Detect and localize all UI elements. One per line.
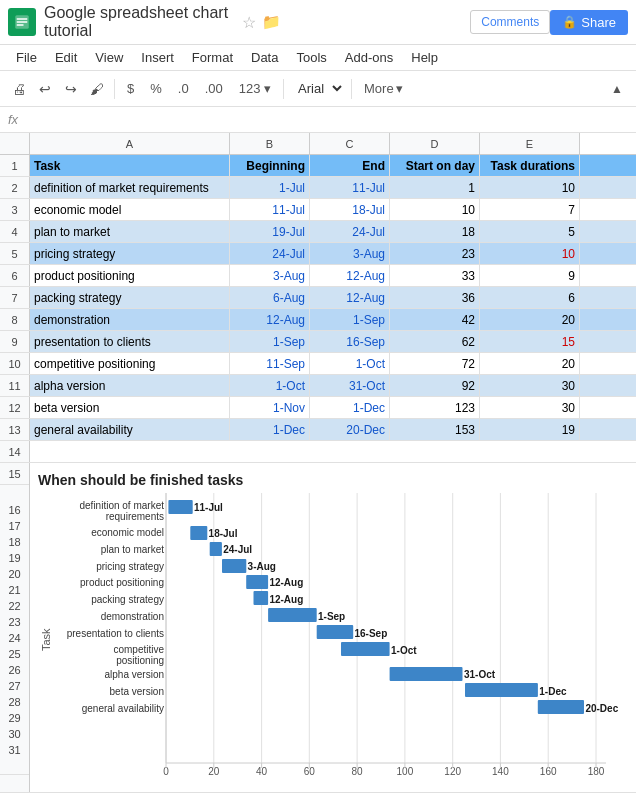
cell-a10[interactable]: competitive positioning — [30, 353, 230, 374]
cell-b1[interactable]: Beginning — [230, 155, 310, 176]
currency-button[interactable]: $ — [121, 79, 140, 98]
cell-c8[interactable]: 1-Sep — [310, 309, 390, 330]
cell-e1[interactable]: Task durations — [480, 155, 580, 176]
folder-icon[interactable]: 📁 — [262, 13, 281, 31]
cell-c5[interactable]: 3-Aug — [310, 243, 390, 264]
cell-e2[interactable]: 10 — [480, 177, 580, 198]
cell-a6[interactable]: product positioning — [30, 265, 230, 286]
col-header-b[interactable]: B — [230, 133, 310, 154]
cell-a4[interactable]: plan to market — [30, 221, 230, 242]
cell-d12[interactable]: 123 — [390, 397, 480, 418]
cell-a5[interactable]: pricing strategy — [30, 243, 230, 264]
row-number: 14 — [0, 441, 30, 462]
menu-addons[interactable]: Add-ons — [337, 47, 401, 68]
table-row: 2 definition of market requirements 1-Ju… — [0, 177, 636, 199]
cell-b8[interactable]: 12-Aug — [230, 309, 310, 330]
cell-c11[interactable]: 31-Oct — [310, 375, 390, 396]
cell-c1[interactable]: End — [310, 155, 390, 176]
cell-c3[interactable]: 18-Jul — [310, 199, 390, 220]
cell-e8[interactable]: 20 — [480, 309, 580, 330]
print-icon[interactable]: 🖨 — [8, 78, 30, 100]
col-header-e[interactable]: E — [480, 133, 580, 154]
col-header-d[interactable]: D — [390, 133, 480, 154]
cell-b12[interactable]: 1-Nov — [230, 397, 310, 418]
cell-d2[interactable]: 1 — [390, 177, 480, 198]
menu-view[interactable]: View — [87, 47, 131, 68]
paint-format-icon[interactable]: 🖌 — [86, 78, 108, 100]
cell-c6[interactable]: 12-Aug — [310, 265, 390, 286]
cell-b10[interactable]: 11-Sep — [230, 353, 310, 374]
menu-format[interactable]: Format — [184, 47, 241, 68]
cell-c10[interactable]: 1-Oct — [310, 353, 390, 374]
cell-e13[interactable]: 19 — [480, 419, 580, 440]
cell-e10[interactable]: 20 — [480, 353, 580, 374]
menu-data[interactable]: Data — [243, 47, 286, 68]
decimal-decrease-button[interactable]: .0 — [172, 79, 195, 98]
cell-d13[interactable]: 153 — [390, 419, 480, 440]
menu-tools[interactable]: Tools — [288, 47, 334, 68]
cell-b13[interactable]: 1-Dec — [230, 419, 310, 440]
font-selector[interactable]: Arial — [290, 78, 345, 99]
formula-input[interactable] — [26, 112, 628, 127]
cell-b11[interactable]: 1-Oct — [230, 375, 310, 396]
cell-b5[interactable]: 24-Jul — [230, 243, 310, 264]
star-icon[interactable]: ☆ — [242, 13, 256, 32]
cell-a12[interactable]: beta version — [30, 397, 230, 418]
cell-b6[interactable]: 3-Aug — [230, 265, 310, 286]
cell-c7[interactable]: 12-Aug — [310, 287, 390, 308]
number-format-button[interactable]: 123 ▾ — [233, 79, 277, 98]
cell-e11[interactable]: 30 — [480, 375, 580, 396]
collapse-toolbar-button[interactable]: ▲ — [606, 78, 628, 100]
cell-e3[interactable]: 7 — [480, 199, 580, 220]
redo-icon[interactable]: ↪ — [60, 78, 82, 100]
percent-button[interactable]: % — [144, 79, 168, 98]
decimal-increase-button[interactable]: .00 — [199, 79, 229, 98]
cell-a2[interactable]: definition of market requirements — [30, 177, 230, 198]
cell-a3[interactable]: economic model — [30, 199, 230, 220]
empty-cell[interactable] — [30, 441, 636, 462]
cell-b2[interactable]: 1-Jul — [230, 177, 310, 198]
cell-c12[interactable]: 1-Dec — [310, 397, 390, 418]
cell-d3[interactable]: 10 — [390, 199, 480, 220]
cell-b9[interactable]: 1-Sep — [230, 331, 310, 352]
cell-b3[interactable]: 11-Jul — [230, 199, 310, 220]
cell-b7[interactable]: 6-Aug — [230, 287, 310, 308]
cell-c13[interactable]: 20-Dec — [310, 419, 390, 440]
cell-a7[interactable]: packing strategy — [30, 287, 230, 308]
more-button[interactable]: More ▾ — [358, 79, 409, 98]
menu-help[interactable]: Help — [403, 47, 446, 68]
cell-d9[interactable]: 62 — [390, 331, 480, 352]
cell-e6[interactable]: 9 — [480, 265, 580, 286]
comments-button[interactable]: Comments — [470, 10, 550, 34]
share-button[interactable]: 🔒 Share — [550, 10, 628, 35]
menu-edit[interactable]: Edit — [47, 47, 85, 68]
cell-c9[interactable]: 16-Sep — [310, 331, 390, 352]
toolbar-separator-3 — [351, 79, 352, 99]
cell-d8[interactable]: 42 — [390, 309, 480, 330]
cell-e12[interactable]: 30 — [480, 397, 580, 418]
cell-d4[interactable]: 18 — [390, 221, 480, 242]
cell-d6[interactable]: 33 — [390, 265, 480, 286]
col-header-a[interactable]: A — [30, 133, 230, 154]
cell-d7[interactable]: 36 — [390, 287, 480, 308]
cell-a13[interactable]: general availability — [30, 419, 230, 440]
undo-icon[interactable]: ↩ — [34, 78, 56, 100]
col-header-c[interactable]: C — [310, 133, 390, 154]
cell-c2[interactable]: 11-Jul — [310, 177, 390, 198]
cell-e4[interactable]: 5 — [480, 221, 580, 242]
cell-a8[interactable]: demonstration — [30, 309, 230, 330]
cell-a9[interactable]: presentation to clients — [30, 331, 230, 352]
menu-file[interactable]: File — [8, 47, 45, 68]
cell-d1[interactable]: Start on day — [390, 155, 480, 176]
cell-d10[interactable]: 72 — [390, 353, 480, 374]
cell-c4[interactable]: 24-Jul — [310, 221, 390, 242]
cell-a1[interactable]: Task — [30, 155, 230, 176]
menu-insert[interactable]: Insert — [133, 47, 182, 68]
cell-d11[interactable]: 92 — [390, 375, 480, 396]
cell-e7[interactable]: 6 — [480, 287, 580, 308]
cell-b4[interactable]: 19-Jul — [230, 221, 310, 242]
cell-a11[interactable]: alpha version — [30, 375, 230, 396]
cell-e9[interactable]: 15 — [480, 331, 580, 352]
cell-e5[interactable]: 10 — [480, 243, 580, 264]
cell-d5[interactable]: 23 — [390, 243, 480, 264]
